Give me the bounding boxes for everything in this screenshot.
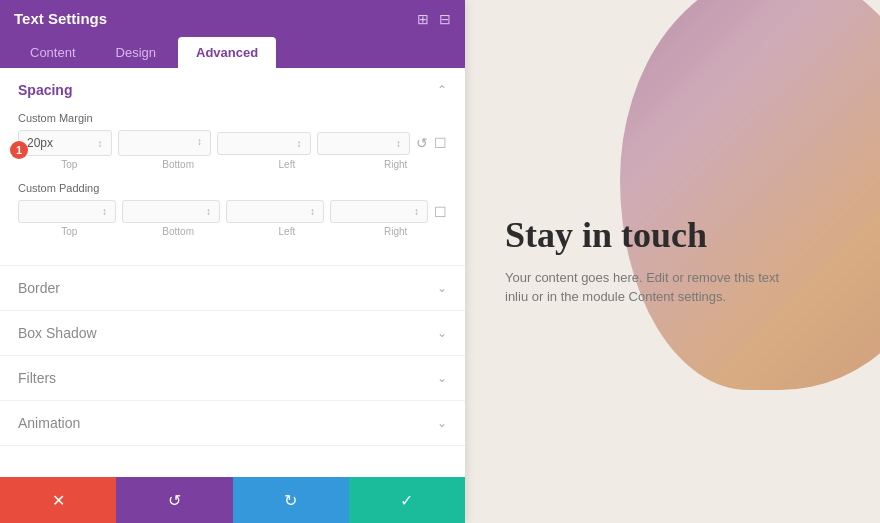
preview-body: Your content goes here. Edit or remove t… xyxy=(505,268,785,307)
box-shadow-chevron: ⌄ xyxy=(437,326,447,340)
margin-link-icon[interactable]: ☐ xyxy=(434,135,447,151)
save-icon: ✓ xyxy=(400,491,413,510)
padding-link-icon[interactable]: ☐ xyxy=(434,204,447,220)
padding-top-label: Top xyxy=(18,226,121,237)
animation-section-header[interactable]: Animation ⌄ xyxy=(0,401,465,445)
settings-panel: Text Settings ⊞ ⊟ Content Design Advance… xyxy=(0,0,465,523)
undo-icon: ↺ xyxy=(168,491,181,510)
filters-title: Filters xyxy=(18,370,56,386)
custom-margin-group: Custom Margin 1 20px ↕ xyxy=(18,112,447,170)
panel-header: Text Settings ⊞ ⊟ xyxy=(0,0,465,37)
filters-section-header[interactable]: Filters ⌄ xyxy=(0,356,465,400)
preview-content: Stay in touch Your content goes here. Ed… xyxy=(505,216,785,307)
collapse-icon[interactable]: ⊟ xyxy=(439,11,451,27)
panel-tabs: Content Design Advanced xyxy=(0,37,465,68)
border-section-header[interactable]: Border ⌄ xyxy=(0,266,465,310)
decorative-blob xyxy=(620,0,880,390)
expand-icon[interactable]: ⊞ xyxy=(417,11,429,27)
margin-right-input[interactable]: ↕ xyxy=(317,132,411,155)
spacing-chevron-up: ⌃ xyxy=(437,83,447,97)
badge-number: 1 xyxy=(10,141,28,159)
padding-sublabels: Top Bottom Left Right xyxy=(18,226,447,237)
margin-right-pair: ↕ ↕ xyxy=(217,132,410,155)
filters-chevron: ⌄ xyxy=(437,371,447,385)
margin-top-input[interactable]: 20px ↕ xyxy=(18,130,112,156)
animation-section: Animation ⌄ xyxy=(0,401,465,446)
padding-row-icons: ☐ xyxy=(434,204,447,220)
margin-input-wrapper: 1 20px ↕ xyxy=(18,130,447,170)
cancel-button[interactable]: ✕ xyxy=(0,477,116,523)
preview-area: Stay in touch Your content goes here. Ed… xyxy=(465,0,880,523)
margin-reset-icon[interactable]: ↺ xyxy=(416,135,428,151)
spacing-content: Custom Margin 1 20px ↕ xyxy=(0,112,465,265)
margin-left-input[interactable]: ↕ xyxy=(217,132,311,155)
padding-left-label: Left xyxy=(236,226,339,237)
margin-inputs: 20px ↕ ↕ xyxy=(18,130,447,170)
padding-right-pair: ↕ ↕ xyxy=(226,200,428,223)
border-chevron: ⌄ xyxy=(437,281,447,295)
tab-advanced[interactable]: Advanced xyxy=(178,37,276,68)
padding-left-pair: ↕ ↕ xyxy=(18,200,220,223)
custom-padding-group: Custom Padding ↕ xyxy=(18,182,447,237)
margin-left-label: Left xyxy=(236,159,339,170)
margin-bottom-input[interactable]: ↕ xyxy=(118,130,212,156)
margin-top-label: Top xyxy=(18,159,121,170)
border-title: Border xyxy=(18,280,60,296)
box-shadow-section: Box Shadow ⌄ xyxy=(0,311,465,356)
redo-button[interactable]: ↻ xyxy=(233,477,349,523)
panel-title: Text Settings xyxy=(14,10,107,27)
tab-design[interactable]: Design xyxy=(98,37,174,68)
margin-bottom-label: Bottom xyxy=(127,159,230,170)
margin-right-label: Right xyxy=(344,159,447,170)
animation-chevron: ⌄ xyxy=(437,416,447,430)
margin-left-pair: 20px ↕ ↕ xyxy=(18,130,211,156)
box-shadow-section-header[interactable]: Box Shadow ⌄ xyxy=(0,311,465,355)
filters-section: Filters ⌄ xyxy=(0,356,465,401)
border-section: Border ⌄ xyxy=(0,266,465,311)
undo-button[interactable]: ↺ xyxy=(116,477,232,523)
spacing-title: Spacing xyxy=(18,82,72,98)
padding-bottom-label: Bottom xyxy=(127,226,230,237)
spacing-section-header[interactable]: Spacing ⌃ xyxy=(0,68,465,112)
padding-input-row: ↕ ↕ xyxy=(18,200,447,223)
margin-input-row: 20px ↕ ↕ xyxy=(18,130,447,156)
box-shadow-title: Box Shadow xyxy=(18,325,97,341)
padding-bottom-input[interactable]: ↕ xyxy=(122,200,220,223)
custom-padding-label: Custom Padding xyxy=(18,182,447,194)
animation-title: Animation xyxy=(18,415,80,431)
margin-sublabels: Top Bottom Left Right xyxy=(18,159,447,170)
save-button[interactable]: ✓ xyxy=(349,477,465,523)
panel-body: Spacing ⌃ Custom Margin 1 xyxy=(0,68,465,477)
padding-right-label: Right xyxy=(344,226,447,237)
redo-icon: ↻ xyxy=(284,491,297,510)
custom-margin-label: Custom Margin xyxy=(18,112,447,124)
margin-row-icons: ↺ ☐ xyxy=(416,135,447,151)
cancel-icon: ✕ xyxy=(52,491,65,510)
padding-input-wrapper: ↕ ↕ xyxy=(18,200,447,237)
padding-top-input[interactable]: ↕ xyxy=(18,200,116,223)
spacing-section: Spacing ⌃ Custom Margin 1 xyxy=(0,68,465,266)
padding-inputs: ↕ ↕ xyxy=(18,200,447,237)
tab-content[interactable]: Content xyxy=(12,37,94,68)
padding-right-input[interactable]: ↕ xyxy=(330,200,428,223)
header-icons: ⊞ ⊟ xyxy=(417,11,451,27)
padding-left-input[interactable]: ↕ xyxy=(226,200,324,223)
preview-title: Stay in touch xyxy=(505,216,785,256)
panel-footer: ✕ ↺ ↻ ✓ xyxy=(0,477,465,523)
